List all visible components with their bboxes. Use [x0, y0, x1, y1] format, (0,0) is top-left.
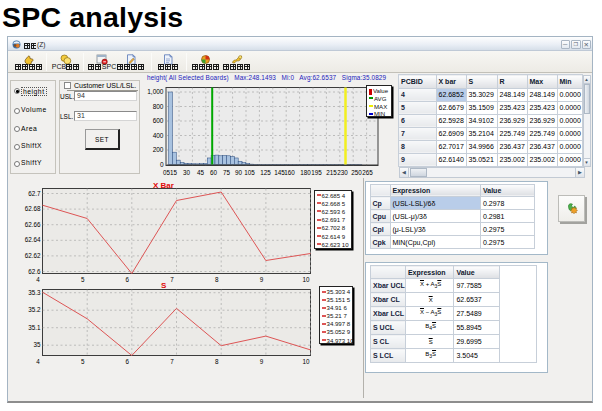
svg-text:7: 7: [170, 358, 174, 365]
svg-text:215: 215: [326, 169, 337, 176]
svg-text:1,000: 1,000: [147, 88, 164, 95]
svg-text:35: 35: [33, 341, 41, 348]
svg-text:0: 0: [160, 161, 164, 168]
svg-text:6: 6: [126, 358, 130, 365]
svg-text:60: 60: [210, 169, 218, 176]
svg-text:180: 180: [300, 169, 311, 176]
svg-text:800: 800: [153, 103, 164, 110]
svg-text:90: 90: [235, 169, 243, 176]
svg-text:5: 5: [81, 358, 85, 365]
svg-text:400: 400: [153, 132, 164, 139]
svg-text:125: 125: [260, 169, 271, 176]
svg-text:160: 160: [284, 169, 295, 176]
svg-text:62.7: 62.7: [28, 190, 41, 197]
svg-text:250: 250: [351, 169, 362, 176]
svg-text:9: 9: [260, 358, 264, 365]
svg-text:105: 105: [244, 169, 255, 176]
svg-text:35.3: 35.3: [28, 289, 41, 296]
svg-text:265: 265: [362, 169, 373, 176]
svg-text:62.66: 62.66: [25, 221, 41, 228]
svg-text:4: 4: [36, 358, 40, 365]
svg-text:30: 30: [183, 169, 191, 176]
svg-text:35.1: 35.1: [28, 324, 41, 331]
svg-text:600: 600: [153, 117, 164, 124]
svg-text:15: 15: [170, 169, 178, 176]
svg-text:10: 10: [302, 358, 310, 365]
svg-text:230: 230: [337, 169, 348, 176]
svg-text:62.68: 62.68: [25, 205, 41, 212]
svg-text:8: 8: [215, 358, 219, 365]
svg-text:35.2: 35.2: [28, 306, 41, 313]
svg-text:45: 45: [197, 169, 205, 176]
svg-text:62.6: 62.6: [28, 268, 41, 275]
svg-text:75: 75: [223, 169, 231, 176]
svg-text:195: 195: [311, 169, 322, 176]
svg-text:200: 200: [153, 146, 164, 153]
svg-text:62.62: 62.62: [25, 252, 41, 259]
svg-text:62.64: 62.64: [25, 236, 41, 243]
